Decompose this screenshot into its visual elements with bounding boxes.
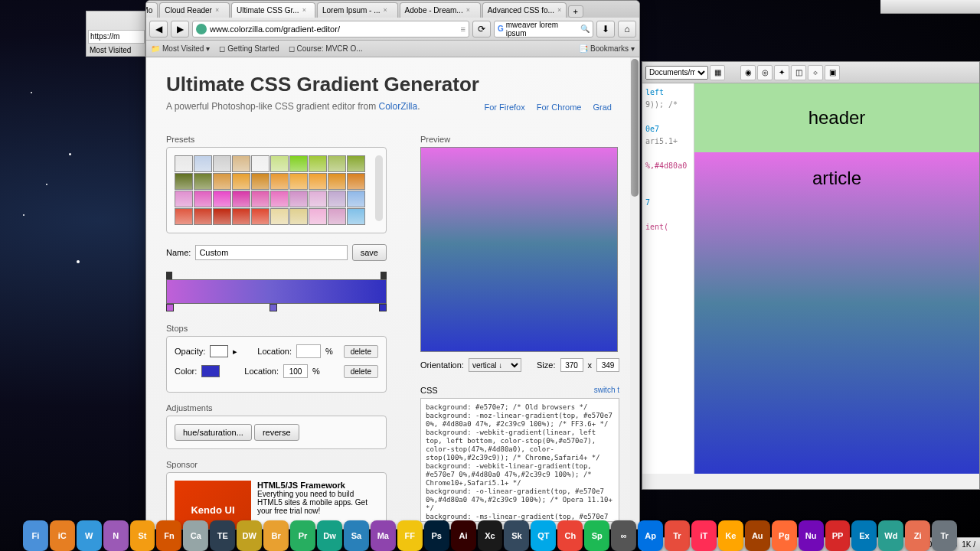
preset-swatch[interactable] [213, 155, 231, 172]
for-chrome-link[interactable]: For Chrome [537, 103, 582, 112]
scrollbar[interactable] [630, 57, 639, 530]
dock-app[interactable]: Ai [451, 520, 476, 551]
preset-swatch[interactable] [213, 191, 231, 207]
preset-swatch[interactable] [232, 155, 250, 172]
dock-app[interactable]: Wd [878, 520, 903, 551]
opacity-swatch[interactable] [210, 345, 228, 357]
preset-swatch[interactable] [289, 155, 308, 172]
dw-design-panel[interactable]: header article [694, 83, 979, 474]
dock-app[interactable]: DW [237, 520, 262, 551]
preset-swatch[interactable] [347, 191, 365, 207]
css-output[interactable]: background: #e570e7; /* Old browsers */ … [420, 398, 619, 522]
preset-swatch[interactable] [289, 191, 308, 207]
preset-swatch[interactable] [309, 173, 327, 190]
preset-swatch[interactable] [328, 155, 346, 172]
dw-tool-icon[interactable]: ✦ [774, 65, 789, 80]
preset-swatch[interactable] [309, 155, 327, 172]
browser-tab[interactable]: Cloud Reader× [159, 2, 230, 18]
tab-close-icon[interactable]: × [466, 6, 475, 15]
save-button[interactable]: save [352, 244, 387, 261]
browser-tab[interactable]: myMCC for Mo [145, 2, 158, 18]
gradient-editor[interactable] [166, 272, 387, 315]
preset-swatch[interactable] [289, 208, 308, 225]
preset-swatch[interactable] [251, 155, 270, 172]
delete-opacity-stop-button[interactable]: delete [344, 345, 378, 358]
color-stop[interactable] [270, 304, 277, 311]
bookmark-getting-started[interactable]: ◻ Getting Started [219, 44, 279, 53]
preset-swatch[interactable] [347, 208, 365, 225]
css-switch-link[interactable]: switch t [594, 386, 619, 395]
dw-code-panel[interactable]: left 9)); /* 0e7 ari5.1+ %,#4d80a0 7 ien… [642, 83, 694, 474]
opacity-location-input[interactable] [296, 344, 321, 358]
preset-swatch[interactable] [194, 173, 212, 190]
dock-app[interactable]: Dw [317, 520, 342, 551]
dock-app[interactable]: Sk [504, 520, 529, 551]
dock-app[interactable]: Au [745, 520, 770, 551]
dock-app[interactable]: ∞ [611, 520, 636, 551]
reload-button[interactable]: ⟳ [472, 21, 491, 37]
search-icon[interactable]: 🔍 [580, 24, 590, 33]
dock-app[interactable]: Ap [638, 520, 663, 551]
dock-app[interactable]: FF [397, 520, 423, 551]
opacity-stop[interactable] [166, 272, 172, 279]
dock-app[interactable]: TE [210, 520, 235, 551]
gradients-link[interactable]: Grad [593, 103, 612, 112]
preset-swatch[interactable] [194, 191, 212, 207]
dw-path-select[interactable]: Documents/meri... [645, 66, 708, 80]
preset-swatch[interactable] [175, 173, 193, 190]
for-firefox-link[interactable]: For Firefox [485, 103, 525, 112]
back-button[interactable]: ◀ [149, 21, 168, 37]
preset-swatch[interactable] [270, 173, 289, 190]
dock-app[interactable]: Sp [584, 520, 609, 551]
preset-swatch[interactable] [309, 208, 327, 225]
color-stop[interactable] [379, 304, 387, 311]
tab-close-icon[interactable]: × [302, 6, 310, 15]
preset-swatch[interactable] [328, 173, 346, 190]
dock-app[interactable]: Nu [799, 520, 824, 551]
dock-app[interactable]: W [77, 520, 102, 551]
bookmarks-menu[interactable]: 📑 Bookmarks ▾ [579, 44, 635, 53]
preset-swatch[interactable] [213, 173, 231, 190]
tab-close-icon[interactable]: × [557, 6, 561, 15]
preset-swatch[interactable] [194, 208, 212, 225]
dw-tool-icon[interactable]: ⟐ [808, 65, 823, 80]
dock-app[interactable]: Zi [905, 520, 930, 551]
dock-app[interactable]: Ma [371, 520, 396, 551]
dock-app[interactable]: Ca [183, 520, 208, 551]
preset-swatch[interactable] [328, 208, 346, 225]
home-button[interactable]: ⌂ [618, 21, 636, 37]
rss-icon[interactable]: ≡ [461, 24, 466, 34]
colorzilla-link[interactable]: ColorZilla [378, 101, 417, 112]
dock-app[interactable]: PP [825, 520, 851, 551]
tab-close-icon[interactable]: × [384, 6, 393, 15]
preset-swatch[interactable] [270, 208, 289, 225]
browser-tab[interactable]: Adobe - Dream...× [400, 2, 481, 18]
dw-tool-icon[interactable]: ▣ [825, 65, 840, 80]
dock-app[interactable]: St [130, 520, 155, 551]
orientation-select[interactable]: vertical ↓ [469, 358, 521, 372]
dock-app[interactable]: Fn [156, 520, 181, 551]
preset-swatch[interactable] [194, 155, 212, 172]
preset-swatch[interactable] [251, 208, 270, 225]
browser-tab-active[interactable]: Ultimate CSS Gr...× [231, 2, 315, 18]
preset-swatch[interactable] [175, 155, 193, 172]
dock-app[interactable]: Ex [851, 520, 877, 551]
dock-app[interactable]: Tr [665, 520, 690, 551]
preset-swatch[interactable] [328, 191, 346, 207]
dock-app[interactable]: Ke [718, 520, 743, 551]
dock-app[interactable]: N [103, 520, 129, 551]
download-button[interactable]: ⬇ [596, 21, 615, 37]
dock-app[interactable]: Sa [344, 520, 369, 551]
preset-swatch[interactable] [347, 173, 365, 190]
bookmark-most-visited[interactable]: 📁 Most Visited ▾ [151, 44, 210, 53]
dock-app[interactable]: Ch [557, 520, 583, 551]
url-bar[interactable]: www.colorzilla.com/gradient-editor/ ≡ [192, 21, 469, 37]
preset-swatch[interactable] [232, 191, 250, 207]
dock-app[interactable]: Fi [23, 520, 48, 551]
preset-swatch[interactable] [175, 191, 193, 207]
scrollbar-thumb[interactable] [631, 59, 639, 197]
dock-app[interactable]: Ps [424, 520, 449, 551]
dw-tool-icon[interactable]: ◉ [740, 65, 756, 80]
preset-swatch[interactable] [309, 191, 327, 207]
preset-swatch[interactable] [289, 173, 308, 190]
